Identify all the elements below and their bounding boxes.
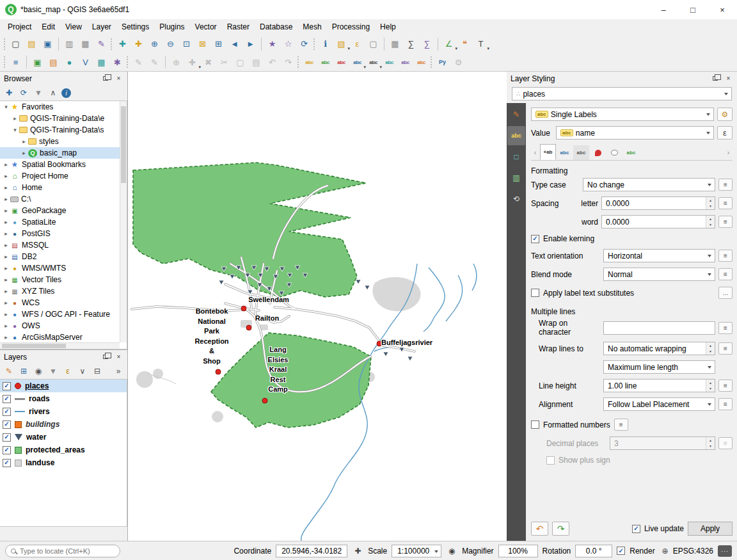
- browser-item-qgis-training-data-s[interactable]: ▾QGIS-Training-Data\s: [0, 124, 120, 136]
- browser-item-xyz-tiles[interactable]: ▸▦XYZ Tiles: [0, 285, 120, 297]
- browser-item-spatialite[interactable]: ▸●SpatiaLite: [0, 216, 120, 228]
- tab-shadow[interactable]: [590, 145, 606, 160]
- live-update-checkbox[interactable]: ✓: [632, 525, 640, 533]
- decimal-places-spinbox[interactable]: 3 ▲▼: [610, 436, 715, 450]
- float-panel-icon[interactable]: [710, 74, 720, 83]
- menu-help[interactable]: Help: [375, 20, 401, 33]
- label-mode-selector[interactable]: abc Single Labels: [531, 108, 714, 121]
- expand-arrow-icon[interactable]: ▸: [20, 138, 28, 145]
- formatted-numbers-override-button[interactable]: ≡: [614, 419, 628, 431]
- value-selector[interactable]: abc name: [556, 126, 714, 140]
- browser-vertical-scrollbar[interactable]: [120, 101, 127, 342]
- new-virtual-layer-button[interactable]: V: [78, 55, 93, 70]
- browser-horizontal-scrollbar[interactable]: [0, 342, 120, 349]
- toolbar-grip[interactable]: [111, 38, 112, 50]
- open-attribute-table-button[interactable]: ▦: [388, 36, 402, 51]
- toolbar-grip[interactable]: [4, 38, 5, 50]
- wrap-character-override-button[interactable]: ≡: [718, 322, 733, 334]
- crs-globe-icon[interactable]: ⊕: [660, 545, 671, 557]
- deselect-all-button[interactable]: ▢: [366, 36, 381, 51]
- zoom-next-button[interactable]: ▶: [243, 36, 258, 51]
- tab-background[interactable]: abc: [573, 145, 589, 160]
- layer-visibility-checkbox[interactable]: ✓: [3, 408, 11, 416]
- toolbar-grip[interactable]: [4, 56, 5, 68]
- expand-arrow-icon[interactable]: ▸: [20, 150, 28, 156]
- move-label-button[interactable]: abc: [382, 55, 397, 70]
- menu-layer[interactable]: Layer: [87, 20, 116, 33]
- refresh-browser-icon[interactable]: ⟳: [17, 86, 30, 99]
- expand-arrow-icon[interactable]: ▸: [11, 115, 19, 122]
- close-panel-icon[interactable]: ×: [114, 74, 123, 83]
- substitutes-more-button[interactable]: ...: [718, 287, 733, 299]
- layer-visibility-checkbox[interactable]: ✓: [3, 433, 11, 442]
- tab-history[interactable]: ⟲: [507, 189, 525, 209]
- redo-style-button[interactable]: ↷: [552, 522, 569, 536]
- open-layer-styling-icon[interactable]: ✎: [3, 365, 15, 378]
- new-spatial-bookmark-button[interactable]: ★: [265, 36, 280, 51]
- browser-item-ows[interactable]: ▸●OWS: [0, 320, 120, 332]
- type-case-override-button[interactable]: ≡: [718, 179, 733, 191]
- panel-overflow-icon[interactable]: »: [112, 365, 125, 378]
- expand-arrow-icon[interactable]: ▸: [2, 334, 10, 340]
- highlight-pinned-labels-button[interactable]: abc: [334, 55, 349, 70]
- minimize-button[interactable]: –: [649, 0, 678, 19]
- browser-item-basic-map[interactable]: ▸Qbasic_map: [0, 147, 120, 159]
- automated-placement-settings-button[interactable]: ⚙: [717, 108, 733, 121]
- layer-item-landuse[interactable]: ✓landuse: [0, 456, 127, 469]
- manage-map-themes-icon[interactable]: ◉: [32, 365, 45, 378]
- new-shapefile-layer-button[interactable]: ▤: [46, 55, 61, 70]
- undo-style-button[interactable]: ↶: [531, 522, 548, 536]
- browser-item-geopackage[interactable]: ▸▣GeoPackage: [0, 205, 120, 216]
- browser-item-c[interactable]: ▸C:\: [0, 193, 120, 205]
- type-case-selector[interactable]: No change: [583, 178, 715, 191]
- add-group-icon[interactable]: ⊞: [17, 365, 30, 378]
- new-spatialite-layer-button[interactable]: ●: [62, 55, 77, 70]
- word-spacing-override-button[interactable]: ≡: [718, 216, 733, 228]
- vertex-tool-button[interactable]: ✚▾: [185, 55, 200, 70]
- expand-arrow-icon[interactable]: ▸: [2, 196, 10, 202]
- toolbar-grip[interactable]: [313, 38, 315, 50]
- layer-visibility-checkbox[interactable]: ✓: [3, 382, 11, 390]
- toggle-editing-button[interactable]: ✎: [131, 55, 146, 70]
- open-data-source-manager-button[interactable]: ≡: [8, 55, 23, 70]
- formatted-numbers-checkbox[interactable]: [531, 420, 539, 429]
- layer-visibility-checkbox[interactable]: ✓: [3, 446, 11, 454]
- menu-edit[interactable]: Edit: [36, 20, 60, 33]
- expand-arrow-icon[interactable]: ▸: [2, 323, 10, 329]
- wrap-lines-spinbox[interactable]: No automatic wrapping ▲▼: [603, 342, 715, 355]
- new-temporary-scratch-layer-button[interactable]: ✱: [110, 55, 125, 70]
- tab-buffer[interactable]: abc: [557, 145, 573, 160]
- menu-plugins[interactable]: Plugins: [154, 20, 189, 33]
- browser-item-styles[interactable]: ▸styles: [0, 136, 120, 147]
- wrap-lines-override-button[interactable]: ≡: [718, 342, 733, 355]
- layer-visibility-checkbox[interactable]: ✓: [3, 420, 11, 429]
- processing-toolbox-button[interactable]: ⚙: [451, 55, 466, 70]
- line-height-spinbox[interactable]: 1.00 line ▲▼: [603, 379, 715, 392]
- filter-legend-icon[interactable]: ▼: [47, 365, 59, 378]
- text-annotation-button[interactable]: T▾: [473, 36, 488, 51]
- expand-arrow-icon[interactable]: ▾: [11, 127, 19, 133]
- expand-arrow-icon[interactable]: ▸: [2, 311, 10, 317]
- expand-arrow-icon[interactable]: ▾: [2, 104, 10, 110]
- save-project-button[interactable]: ▣: [40, 36, 55, 51]
- statistical-summary-button[interactable]: ∑: [420, 36, 434, 51]
- change-label-properties-button[interactable]: abc: [414, 55, 429, 70]
- expand-arrow-icon[interactable]: ▸: [2, 230, 10, 237]
- browser-item-db2[interactable]: ▸▤DB2: [0, 251, 120, 262]
- new-project-button[interactable]: ▢: [8, 36, 23, 51]
- letter-spacing-spinbox[interactable]: 0.0000 ▲▼: [601, 196, 715, 210]
- layer-item-rivers[interactable]: ✓rivers: [0, 405, 127, 418]
- apply-button[interactable]: Apply: [688, 522, 733, 536]
- letter-spacing-override-button[interactable]: ≡: [718, 197, 733, 209]
- expand-arrow-icon[interactable]: ▸: [2, 253, 10, 260]
- menu-raster[interactable]: Raster: [222, 20, 255, 33]
- add-feature-button[interactable]: ⊕: [169, 55, 184, 70]
- expand-arrow-icon[interactable]: ▸: [2, 265, 10, 271]
- pin-unpin-labels-button[interactable]: abc▾: [350, 55, 365, 70]
- decimal-places-override-button[interactable]: ≡: [718, 437, 733, 449]
- tab-callouts[interactable]: [606, 145, 622, 160]
- browser-item-project-home[interactable]: ▸⌂Project Home: [0, 170, 120, 182]
- alignment-override-button[interactable]: ≡: [718, 398, 733, 410]
- show-bookmarks-button[interactable]: ☆: [281, 36, 296, 51]
- zoom-in-button[interactable]: ⊕: [147, 36, 162, 51]
